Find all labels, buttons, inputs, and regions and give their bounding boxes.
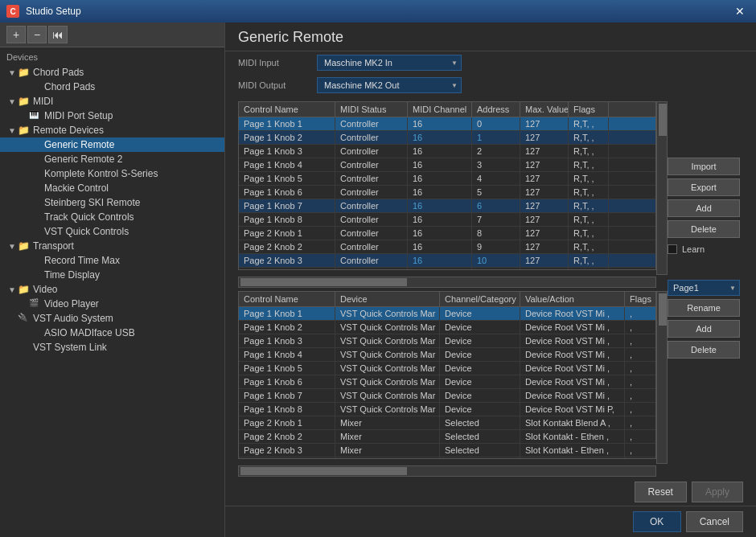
rename-button[interactable]: Rename: [668, 299, 740, 317]
sidebar-item-label: Video: [33, 284, 57, 295]
table-row[interactable]: Page 1 Knob 3 Controller 16 2 127 R,T, ,: [239, 145, 655, 158]
table-row[interactable]: Page 1 Knob 5 VST Quick Controls Mar Dev…: [239, 362, 655, 375]
td-status: Controller: [335, 268, 408, 269]
sidebar-item-generic-remote[interactable]: Generic Remote: [0, 137, 224, 152]
table-row[interactable]: Page 1 Knob 8 VST Quick Controls Mar Dev…: [239, 403, 655, 416]
learn-checkbox[interactable]: [668, 244, 677, 254]
upper-h-scrollbar[interactable]: [238, 277, 656, 288]
scrollbar-thumb: [659, 293, 667, 326]
apply-button[interactable]: Apply: [692, 482, 743, 502]
export-button[interactable]: Export: [668, 178, 740, 196]
page-dropdown-wrapper[interactable]: Page1: [668, 280, 740, 296]
sidebar-item-mackie-control[interactable]: Mackie Control: [0, 181, 224, 195]
reset-device-button[interactable]: ⏮: [48, 26, 68, 43]
import-button[interactable]: Import: [668, 158, 740, 175]
td-flags: ,: [625, 321, 655, 334]
sidebar-item-midi-port-setup[interactable]: 🎹 MIDI Port Setup: [0, 109, 224, 123]
reset-button[interactable]: Reset: [635, 482, 687, 502]
chevron-down-icon: ▼: [6, 68, 18, 77]
add-page-button[interactable]: Add: [668, 320, 740, 338]
sidebar-item-label: Transport: [33, 240, 74, 252]
item-icon: [29, 168, 42, 179]
sidebar-item-label: Chord Pads: [44, 81, 95, 92]
panel-header: Generic Remote: [225, 23, 756, 51]
page-actions: Page1 Rename Add Delete: [668, 280, 750, 359]
sidebar-item-video-player[interactable]: 🎬 Video Player: [0, 297, 224, 311]
table-row[interactable]: Page 2 Knob 2 Mixer Selected Slot Kontak…: [239, 430, 655, 444]
cancel-button[interactable]: Cancel: [686, 511, 743, 532]
midi-output-dropdown[interactable]: Maschine MK2 Out: [317, 77, 462, 93]
folder-icon: 📁: [18, 125, 31, 136]
add-device-button[interactable]: +: [6, 26, 26, 43]
sidebar-item-record-time-max[interactable]: Record Time Max: [0, 253, 224, 268]
td-channel: Device: [440, 362, 520, 375]
sidebar-item-vst-quick-controls[interactable]: VST Quick Controls: [0, 224, 224, 239]
table-row[interactable]: Page 1 Knob 8 Controller 16 7 127 R,T, ,: [239, 213, 655, 227]
table-row[interactable]: Page 1 Knob 2 Controller 16 1 127 R,T, ,: [239, 131, 655, 145]
sidebar-item-vst-audio-system[interactable]: 🔌 VST Audio System: [0, 311, 224, 326]
table-row[interactable]: Page 2 Knob 1 Mixer Selected Slot Kontak…: [239, 416, 655, 430]
page-dropdown[interactable]: Page1: [668, 280, 740, 296]
sidebar-item-remote-devices-folder[interactable]: ▼ 📁 Remote Devices: [0, 123, 224, 137]
midi-input-dropdown[interactable]: Maschine MK2 In: [317, 55, 462, 71]
table-row[interactable]: Page 1 Knob 2 VST Quick Controls Mar Dev…: [239, 321, 655, 334]
table-row[interactable]: Page 2 Knob 1 Controller 16 8 127 R,T, ,: [239, 227, 655, 240]
sidebar-item-midi-folder[interactable]: ▼ 📁 MIDI: [0, 94, 224, 109]
td-name: Page 1 Knob 4: [239, 348, 335, 361]
td-name: Page 1 Knob 1: [239, 117, 335, 130]
td-flags: ,: [625, 362, 655, 375]
sidebar-item-video-folder[interactable]: ▼ 📁 Video: [0, 282, 224, 297]
table-row[interactable]: Page 1 Knob 4 VST Quick Controls Mar Dev…: [239, 348, 655, 362]
table-row[interactable]: Page 1 Knob 4 Controller 16 3 127 R,T, ,: [239, 158, 655, 172]
td-name: Page 2 Knob 2: [239, 240, 335, 253]
midi-input-dropdown-wrapper[interactable]: Maschine MK2 In: [317, 55, 462, 71]
table-row[interactable]: Page 1 Knob 1 VST Quick Controls Mar Dev…: [239, 307, 655, 321]
table-row[interactable]: Page 1 Knob 3 VST Quick Controls Mar Dev…: [239, 334, 655, 348]
upper-table-scrollbar[interactable]: [656, 101, 668, 275]
table-row[interactable]: Page 1 Knob 6 VST Quick Controls Mar Dev…: [239, 375, 655, 389]
delete-button[interactable]: Delete: [668, 220, 740, 238]
item-icon: [29, 139, 42, 150]
table-row[interactable]: Page 2 Knob 3 Controller 16 10 127 R,T, …: [239, 254, 655, 268]
td-name: Page 2 Knob 4: [239, 457, 335, 459]
add-button[interactable]: Add: [668, 199, 740, 217]
table-row[interactable]: Page 1 Knob 1 Controller 16 0 127 R,T, ,: [239, 117, 655, 131]
table-row[interactable]: Page 2 Knob 2 Controller 16 9 127 R,T, ,: [239, 240, 655, 254]
close-button[interactable]: ✕: [730, 3, 750, 19]
sidebar-item-track-quick-controls[interactable]: Track Quick Controls: [0, 210, 224, 224]
sidebar-item-label: MIDI Port Setup: [44, 110, 113, 121]
th-flags: Flags: [625, 292, 656, 306]
td-name: Page 2 Knob 2: [239, 430, 335, 443]
table-row[interactable]: Page 1 Knob 7 Controller 16 6 127 R,T, ,: [239, 199, 655, 213]
sidebar-item-chord-pads[interactable]: Chord Pads: [0, 80, 224, 94]
sidebar-item-generic-remote-2[interactable]: Generic Remote 2: [0, 152, 224, 166]
sidebar-item-vst-system-link[interactable]: VST System Link: [0, 340, 224, 355]
td-device: VST Quick Controls Mar: [335, 307, 440, 320]
sidebar-item-chord-pads-folder[interactable]: ▼ 📁 Chord Pads: [0, 65, 224, 80]
sidebar-item-time-display[interactable]: Time Display: [0, 268, 224, 282]
table-row[interactable]: Page 1 Knob 5 Controller 16 4 127 R,T, ,: [239, 172, 655, 186]
remove-device-button[interactable]: −: [27, 26, 47, 43]
th-channel-category: Channel/Category: [440, 292, 520, 306]
table-actions: Import Export Add Delete Learn: [668, 158, 750, 254]
table-row[interactable]: Page 2 Knob 4 Mixer Selected Slot Kontak…: [239, 457, 655, 459]
ok-button[interactable]: OK: [633, 511, 681, 532]
sidebar-item-asio-madiface[interactable]: ASIO MADIface USB: [0, 326, 224, 340]
midi-output-dropdown-wrapper[interactable]: Maschine MK2 Out: [317, 77, 462, 93]
table-row[interactable]: Page 1 Knob 6 Controller 16 5 127 R,T, ,: [239, 186, 655, 199]
sidebar-item-steinberg-ski[interactable]: Steinberg SKI Remote: [0, 195, 224, 210]
upper-table-header: Control Name MIDI Status MIDI Channel Ad…: [239, 102, 655, 117]
lower-h-scrollbar[interactable]: [238, 465, 656, 477]
th-midi-channel: MIDI Channel: [408, 102, 472, 117]
table-row[interactable]: Page 1 Knob 7 VST Quick Controls Mar Dev…: [239, 389, 655, 403]
td-device: Mixer: [335, 416, 440, 429]
sidebar-item-transport-folder[interactable]: ▼ 📁 Transport: [0, 239, 224, 253]
folder-icon: 📁: [18, 284, 31, 295]
th-control-name: Control Name: [239, 102, 335, 117]
table-row[interactable]: Page 2 Knob 3 Mixer Selected Slot Kontak…: [239, 444, 655, 457]
delete-page-button[interactable]: Delete: [668, 341, 740, 359]
lower-table-scrollbar[interactable]: [656, 291, 668, 465]
table-row[interactable]: Page 2 Knob 4 Controller 16 11 127 R,T, …: [239, 268, 655, 269]
sidebar-item-komplete-kontrol[interactable]: Komplete Kontrol S-Series: [0, 166, 224, 181]
td-channel: 16: [408, 199, 472, 212]
